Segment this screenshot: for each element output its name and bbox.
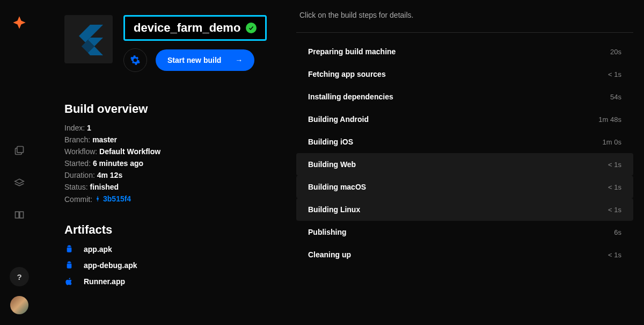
svg-rect-2 (16, 212, 19, 218)
settings-button[interactable] (123, 48, 147, 72)
step-name: Building macOS (308, 183, 366, 191)
app-title-pill: device_farm_demo (123, 15, 267, 41)
build-step[interactable]: Preparing build machine20s (296, 40, 633, 63)
avatar[interactable] (10, 296, 28, 314)
main-content: device_farm_demo Start new build → Build (39, 0, 644, 325)
meta-started: Started: 6 minutes ago (64, 159, 286, 168)
artifact-name: app-debug.apk (84, 261, 137, 270)
start-build-label: Start new build (167, 56, 221, 64)
step-time: 1m 0s (603, 138, 621, 146)
flutter-icon (64, 15, 113, 63)
logo-icon[interactable] (12, 15, 27, 32)
meta-workflow: Workflow: Default Workflow (64, 147, 286, 156)
build-step[interactable]: Building Linux< 1s (296, 198, 633, 221)
title-area: device_farm_demo Start new build → (123, 15, 286, 72)
commit-icon (94, 196, 101, 202)
build-step[interactable]: Building macOS< 1s (296, 176, 633, 198)
step-name: Building Linux (308, 205, 360, 214)
help-button[interactable]: ? (10, 267, 29, 286)
step-time: < 1s (608, 206, 621, 214)
step-time: < 1s (608, 183, 621, 191)
apple-icon (64, 277, 74, 286)
artifact-item[interactable]: app-debug.apk (64, 261, 286, 270)
svg-point-10 (70, 247, 70, 247)
build-step[interactable]: Publishing6s (296, 221, 633, 243)
commit-link[interactable]: 3b515f4 (94, 194, 131, 203)
step-name: Installing dependencies (308, 92, 393, 101)
sidebar-bottom: ? (10, 267, 29, 314)
meta-index: Index: 1 (64, 124, 286, 132)
svg-point-12 (70, 263, 70, 263)
success-icon (246, 23, 257, 33)
right-column: Click on the build steps for details. Pr… (286, 0, 633, 325)
divider (296, 32, 633, 33)
build-step[interactable]: Building Android1m 48s (296, 108, 633, 131)
step-time: 54s (610, 93, 621, 101)
step-name: Building Web (308, 160, 356, 169)
svg-point-9 (68, 247, 68, 247)
artifacts-title: Artifacts (64, 223, 286, 237)
step-time: < 1s (608, 70, 621, 78)
build-step[interactable]: Installing dependencies54s (296, 85, 633, 108)
arrow-right-icon: → (235, 56, 243, 64)
artifact-list: app.apk app-debug.apk Runner.app (64, 244, 286, 286)
build-step[interactable]: Fetching app sources< 1s (296, 63, 633, 85)
svg-rect-0 (17, 147, 24, 153)
step-name: Preparing build machine (308, 47, 396, 56)
sidebar-nav (14, 145, 25, 222)
build-step[interactable]: Cleaning up< 1s (296, 243, 633, 266)
meta-branch: Branch: master (64, 135, 286, 144)
artifact-item[interactable]: Runner.app (64, 277, 286, 286)
meta-commit: Commit: 3b515f4 (64, 194, 286, 204)
action-row: Start new build → (123, 48, 286, 72)
svg-point-11 (68, 263, 68, 263)
billing-icon[interactable] (14, 210, 25, 222)
step-time: 1m 48s (598, 115, 621, 124)
meta-status: Status: finished (64, 183, 286, 191)
step-list: Preparing build machine20sFetching app s… (296, 40, 633, 266)
build-step[interactable]: Building iOS1m 0s (296, 131, 633, 153)
step-time: < 1s (608, 251, 621, 259)
steps-hint: Click on the build steps for details. (296, 11, 633, 32)
overview-meta: Index: 1 Branch: master Workflow: Defaul… (64, 124, 286, 204)
app-header: device_farm_demo Start new build → (64, 15, 286, 72)
step-name: Fetching app sources (308, 70, 386, 78)
app-title: device_farm_demo (134, 21, 240, 35)
step-time: < 1s (608, 161, 621, 169)
left-column: device_farm_demo Start new build → Build (39, 0, 286, 325)
meta-duration: Duration: 4m 12s (64, 171, 286, 179)
step-name: Building iOS (308, 138, 353, 146)
step-name: Cleaning up (308, 250, 351, 259)
folders-icon[interactable] (14, 145, 25, 158)
layers-icon[interactable] (14, 177, 25, 190)
svg-marker-1 (15, 179, 24, 183)
step-time: 20s (610, 48, 621, 56)
artifact-item[interactable]: app.apk (64, 244, 286, 254)
step-name: Publishing (308, 228, 347, 236)
android-icon (64, 261, 74, 270)
build-step[interactable]: Building Web< 1s (296, 153, 633, 176)
sidebar: ? (0, 0, 39, 325)
overview-title: Build overview (64, 102, 286, 116)
step-name: Building Android (308, 115, 369, 124)
artifact-name: Runner.app (84, 277, 125, 286)
start-build-button[interactable]: Start new build → (156, 49, 254, 71)
artifact-name: app.apk (84, 245, 112, 254)
step-time: 6s (614, 228, 621, 236)
android-icon (64, 244, 74, 254)
svg-rect-3 (20, 212, 24, 218)
svg-point-8 (97, 198, 99, 200)
